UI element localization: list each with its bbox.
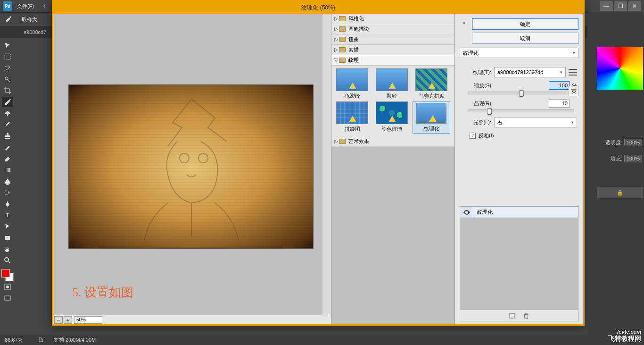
filter-select-value: 纹理化 [463,50,479,57]
move-tool[interactable] [2,40,13,50]
category-brushstrokes[interactable]: ▷画笔描边 [331,24,454,34]
scale-label: 缩放(S) [465,82,491,89]
dodge-tool[interactable] [2,187,13,198]
thumb-craquelure[interactable]: 龟裂缝 [333,68,371,100]
thumb-label: 颗粒 [387,93,397,100]
status-bar: 66.67% 文档:2.00M/4.00M [0,335,644,345]
thumb-grain[interactable]: 颗粒 [373,68,411,100]
texture-dropdown[interactable]: a9000cd7912397dd▾ [494,67,566,77]
thumb-mosaic[interactable]: 马赛克拼贴 [413,68,450,100]
window-close[interactable]: ✕ [628,1,641,11]
zoom-tool[interactable] [2,255,13,266]
hand-tool[interactable] [2,244,13,254]
cancel-button[interactable]: 取消 [472,33,578,44]
stamp-tool[interactable] [2,131,13,141]
filter-gallery-dialog: 纹理化 (50%) 5. 设置如图 − + 50% [52,0,585,326]
eyedropper-tool[interactable] [2,97,13,107]
crop-tool[interactable] [2,85,13,96]
menu-file[interactable]: 文件(F) [17,3,34,10]
document-tab[interactable]: a9000cd7 [19,27,51,37]
color-swatch[interactable] [1,269,14,281]
blur-tool[interactable] [2,176,13,186]
ok-button[interactable]: 确定 [472,18,578,30]
thumb-label: 纹理化 [424,125,439,132]
foreground-color[interactable] [1,269,10,278]
watermark-cn: 飞特教程网 [608,335,641,343]
brush-tool[interactable] [2,119,13,130]
light-dropdown[interactable]: 右▾ [494,117,577,127]
category-stylize[interactable]: ▷风格化 [331,14,454,24]
type-tool[interactable]: T [2,210,13,220]
thumb-stainedglass[interactable]: 染色玻璃 [373,101,411,134]
relief-input[interactable] [549,99,570,108]
visibility-toggle[interactable] [460,207,473,218]
thumb-patchwork[interactable]: 拼缀图 [333,101,371,134]
export-icon[interactable] [38,337,44,343]
gradient-tool[interactable] [2,165,13,175]
filter-select[interactable]: 纹理化▾ [460,48,578,58]
category-label: 风格化 [348,15,364,22]
status-docinfo: 文档:2.00M/4.00M [54,337,96,344]
pen-tool[interactable] [2,199,13,209]
filter-settings-pane: « 确定 取消 纹理化▾ 纹理(T): a9000cd7912397dd▾ 缩放… [455,14,583,324]
new-effect-icon[interactable] [508,312,516,320]
opacity-row: 透明度: 100% [590,138,642,147]
svg-rect-0 [5,54,10,59]
category-artistic[interactable]: ▷艺术效果 [331,136,454,147]
color-panel[interactable] [597,47,643,90]
relief-slider[interactable] [468,109,574,112]
zoom-value[interactable]: 50% [74,316,102,324]
light-label: 光照(L): [465,119,491,126]
rectangle-tool[interactable] [2,233,13,243]
lasso-tool[interactable] [2,63,13,73]
right-dock: 透明度: 100% 填充: 100% 🔒 [587,12,644,343]
healing-tool[interactable] [2,108,13,118]
path-select-tool[interactable] [2,221,13,232]
category-label: 纹理 [348,57,359,64]
opacity-value[interactable]: 100% [624,139,642,146]
preview-footer: − + 50% [53,315,331,324]
quickmask-toggle[interactable] [2,282,13,292]
screenmode-toggle[interactable] [2,293,13,303]
preview-scrollbar[interactable] [322,14,331,315]
effect-layer-item[interactable]: 纹理化 [460,207,578,218]
thumb-texturizer[interactable]: 纹理化 [413,101,450,134]
thumb-label: 拼缀图 [345,126,360,133]
eye-icon [463,210,471,215]
category-sketch[interactable]: ▷素描 [331,45,454,55]
menu-more[interactable]: 《 [41,3,46,10]
invert-checkbox[interactable]: ✓ [470,133,476,139]
zoom-in-button[interactable]: + [64,316,72,324]
status-zoom[interactable]: 66.67% [5,337,38,343]
svg-rect-10 [5,296,10,300]
category-distort[interactable]: ▷扭曲 [331,34,454,45]
window-maximize[interactable]: ❐ [614,1,627,11]
watermark-url: fevte.com [617,329,641,335]
delete-effect-icon[interactable] [522,312,530,320]
marquee-tool[interactable] [2,51,13,62]
opacity-label: 透明度: [605,139,622,146]
window-minimize[interactable]: — [600,1,613,11]
fill-row: 填充: 100% [590,154,642,163]
thumb-label: 马赛克拼贴 [419,93,445,100]
preview-image [68,84,314,249]
quickselect-tool[interactable] [2,74,13,84]
window-controls: — ❐ ✕ [599,1,641,11]
eraser-tool[interactable] [2,153,13,164]
svg-point-5 [5,191,8,194]
history-brush-tool[interactable] [2,142,13,152]
effect-layer-name: 纹理化 [473,207,578,218]
zoom-out-button[interactable]: − [54,316,63,324]
texture-menu-icon[interactable] [569,69,577,76]
collapse-categories-button[interactable]: « [460,18,468,27]
svg-point-7 [5,258,8,261]
scale-input[interactable] [549,81,570,90]
relief-label: 凸现(R) [465,100,491,107]
category-label: 素描 [348,46,359,53]
scale-slider[interactable] [468,92,574,94]
svg-point-12 [198,153,208,163]
app-logo: Ps [3,1,12,11]
category-texture[interactable]: ▽纹理 [331,55,454,66]
fill-value[interactable]: 100% [624,155,642,162]
preview-pane: 5. 设置如图 − + 50% [53,14,331,324]
